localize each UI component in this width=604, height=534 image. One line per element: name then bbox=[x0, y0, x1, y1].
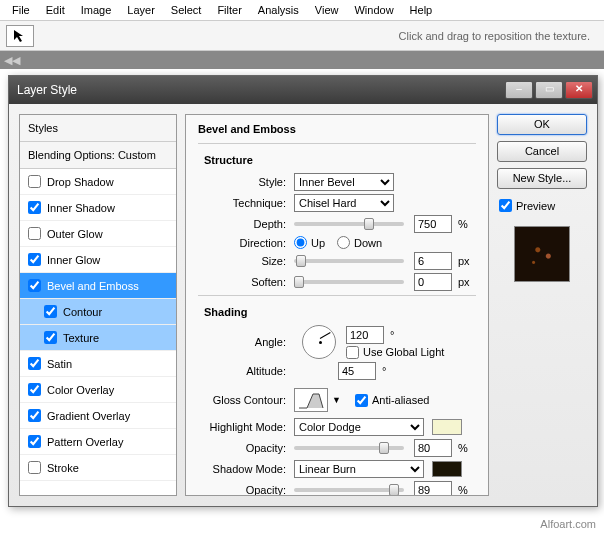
menu-file[interactable]: File bbox=[6, 2, 36, 18]
antialiased-label: Anti-aliased bbox=[372, 394, 429, 406]
soften-unit: px bbox=[458, 276, 470, 288]
angle-input[interactable] bbox=[346, 326, 384, 344]
style-item-label: Pattern Overlay bbox=[47, 436, 123, 448]
preview-label: Preview bbox=[516, 200, 555, 212]
style-checkbox[interactable] bbox=[28, 279, 41, 292]
shading-title: Shading bbox=[198, 300, 476, 322]
shadow-opacity-input[interactable] bbox=[414, 481, 452, 496]
depth-input[interactable] bbox=[414, 215, 452, 233]
shadow-opacity-slider[interactable] bbox=[294, 488, 404, 492]
angle-label: Angle: bbox=[198, 336, 294, 348]
arrow-move-icon bbox=[12, 28, 28, 44]
size-slider[interactable] bbox=[294, 259, 404, 263]
shadow-mode-select[interactable]: Linear Burn bbox=[294, 460, 424, 478]
menubar: File Edit Image Layer Select Filter Anal… bbox=[0, 0, 604, 21]
style-item-label: Bevel and Emboss bbox=[47, 280, 139, 292]
gloss-contour-picker[interactable] bbox=[294, 388, 328, 412]
maximize-button[interactable]: ▭ bbox=[535, 81, 563, 99]
direction-down-radio[interactable] bbox=[337, 236, 350, 249]
style-checkbox[interactable] bbox=[28, 201, 41, 214]
styles-header[interactable]: Styles bbox=[20, 115, 176, 142]
style-item-contour[interactable]: Contour bbox=[20, 299, 176, 325]
altitude-label: Altitude: bbox=[198, 365, 294, 377]
angle-dial[interactable] bbox=[302, 325, 336, 359]
dialog-titlebar[interactable]: Layer Style – ▭ ✕ bbox=[9, 76, 597, 104]
tool-options-bar: Click and drag to reposition the texture… bbox=[0, 21, 604, 51]
shadow-color-swatch[interactable] bbox=[432, 461, 462, 477]
style-item-stroke[interactable]: Stroke bbox=[20, 455, 176, 481]
depth-label: Depth: bbox=[198, 218, 294, 230]
style-checkbox[interactable] bbox=[28, 383, 41, 396]
altitude-input[interactable] bbox=[338, 362, 376, 380]
style-item-pattern-overlay[interactable]: Pattern Overlay bbox=[20, 429, 176, 455]
depth-slider[interactable] bbox=[294, 222, 404, 226]
style-item-texture[interactable]: Texture bbox=[20, 325, 176, 351]
size-input[interactable] bbox=[414, 252, 452, 270]
new-style-button[interactable]: New Style... bbox=[497, 168, 587, 189]
contour-dropdown-icon[interactable]: ▼ bbox=[332, 395, 341, 405]
highlight-opacity-input[interactable] bbox=[414, 439, 452, 457]
style-item-gradient-overlay[interactable]: Gradient Overlay bbox=[20, 403, 176, 429]
blending-options-header[interactable]: Blending Options: Custom bbox=[20, 142, 176, 169]
menu-filter[interactable]: Filter bbox=[211, 2, 247, 18]
style-checkbox[interactable] bbox=[28, 227, 41, 240]
shadow-opacity-label: Opacity: bbox=[198, 484, 294, 496]
tool-status-text: Click and drag to reposition the texture… bbox=[399, 30, 598, 42]
menu-analysis[interactable]: Analysis bbox=[252, 2, 305, 18]
soften-label: Soften: bbox=[198, 276, 294, 288]
dialog-title: Layer Style bbox=[13, 83, 77, 97]
style-item-satin[interactable]: Satin bbox=[20, 351, 176, 377]
style-checkbox[interactable] bbox=[44, 331, 57, 344]
direction-up-radio[interactable] bbox=[294, 236, 307, 249]
style-item-inner-shadow[interactable]: Inner Shadow bbox=[20, 195, 176, 221]
style-checkbox[interactable] bbox=[28, 357, 41, 370]
style-item-outer-glow[interactable]: Outer Glow bbox=[20, 221, 176, 247]
close-button[interactable]: ✕ bbox=[565, 81, 593, 99]
shadow-opacity-unit: % bbox=[458, 484, 468, 496]
preview-checkbox[interactable] bbox=[499, 199, 512, 212]
style-item-color-overlay[interactable]: Color Overlay bbox=[20, 377, 176, 403]
menu-layer[interactable]: Layer bbox=[121, 2, 161, 18]
minimize-button[interactable]: – bbox=[505, 81, 533, 99]
move-tool-icon[interactable] bbox=[6, 25, 34, 47]
global-light-checkbox[interactable] bbox=[346, 346, 359, 359]
style-select[interactable]: Inner Bevel bbox=[294, 173, 394, 191]
ok-button[interactable]: OK bbox=[497, 114, 587, 135]
panel-title: Bevel and Emboss bbox=[198, 121, 476, 139]
soften-input[interactable] bbox=[414, 273, 452, 291]
style-item-label: Drop Shadow bbox=[47, 176, 114, 188]
highlight-color-swatch[interactable] bbox=[432, 419, 462, 435]
soften-slider[interactable] bbox=[294, 280, 404, 284]
antialiased-checkbox[interactable] bbox=[355, 394, 368, 407]
style-checkbox[interactable] bbox=[28, 175, 41, 188]
layer-style-dialog: Layer Style – ▭ ✕ Styles Blending Option… bbox=[8, 75, 598, 507]
size-label: Size: bbox=[198, 255, 294, 267]
highlight-mode-label: Highlight Mode: bbox=[198, 421, 294, 433]
style-checkbox[interactable] bbox=[28, 461, 41, 474]
style-checkbox[interactable] bbox=[28, 253, 41, 266]
direction-down-label: Down bbox=[354, 237, 382, 249]
menu-image[interactable]: Image bbox=[75, 2, 118, 18]
style-checkbox[interactable] bbox=[28, 435, 41, 448]
menu-help[interactable]: Help bbox=[404, 2, 439, 18]
menu-view[interactable]: View bbox=[309, 2, 345, 18]
style-checkbox[interactable] bbox=[28, 409, 41, 422]
panel-handle-icon[interactable]: ◀◀ bbox=[4, 54, 16, 66]
style-item-drop-shadow[interactable]: Drop Shadow bbox=[20, 169, 176, 195]
cancel-button[interactable]: Cancel bbox=[497, 141, 587, 162]
global-light-label: Use Global Light bbox=[363, 346, 444, 358]
style-item-bevel-and-emboss[interactable]: Bevel and Emboss bbox=[20, 273, 176, 299]
highlight-opacity-slider[interactable] bbox=[294, 446, 404, 450]
style-item-inner-glow[interactable]: Inner Glow bbox=[20, 247, 176, 273]
menu-edit[interactable]: Edit bbox=[40, 2, 71, 18]
highlight-opacity-label: Opacity: bbox=[198, 442, 294, 454]
highlight-mode-select[interactable]: Color Dodge bbox=[294, 418, 424, 436]
style-checkbox[interactable] bbox=[44, 305, 57, 318]
technique-select[interactable]: Chisel Hard bbox=[294, 194, 394, 212]
structure-title: Structure bbox=[198, 148, 476, 170]
technique-label: Technique: bbox=[198, 197, 294, 209]
dialog-buttons: OK Cancel New Style... Preview bbox=[497, 114, 587, 496]
menu-window[interactable]: Window bbox=[348, 2, 399, 18]
altitude-unit: ° bbox=[382, 365, 386, 377]
menu-select[interactable]: Select bbox=[165, 2, 208, 18]
